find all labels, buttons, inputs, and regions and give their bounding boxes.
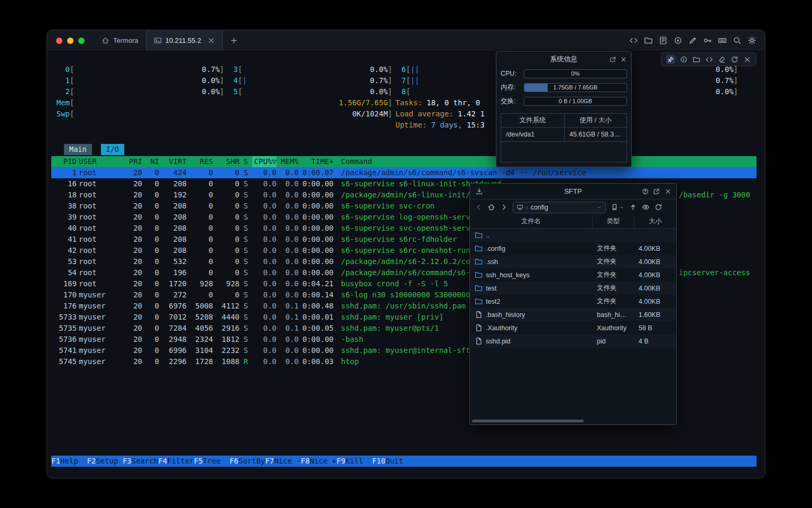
swap-usage-row: 交换: 0 B / 1.00GB (496, 94, 631, 108)
log-icon[interactable] (659, 36, 668, 45)
function-key[interactable]: F9Kill (337, 456, 372, 467)
file-row[interactable]: .ssh 文件夹 4.00KB (470, 255, 676, 268)
column-user[interactable]: USER (77, 156, 121, 167)
process-ni: 0 (142, 323, 159, 334)
show-hidden-eye-icon[interactable] (642, 203, 650, 211)
column-pid[interactable]: PID (51, 156, 77, 167)
file-row[interactable]: ssh_host_keys 文件夹 4.00KB (470, 268, 676, 282)
edit-icon[interactable] (688, 36, 697, 45)
process-time: 0:00.01 (299, 312, 334, 323)
column-shr[interactable]: SHR (213, 156, 239, 167)
open-in-window-icon[interactable] (653, 188, 660, 195)
column-virt[interactable]: VIRT (159, 156, 187, 167)
tab-session[interactable]: 10.211.55.2 (146, 30, 224, 51)
file-name: .. (486, 232, 490, 239)
function-key[interactable]: F7Nice - (265, 456, 301, 467)
column-filename[interactable]: 文件名 (470, 215, 593, 228)
file-row[interactable]: test2 文件夹 4.00KB (470, 295, 676, 308)
upload-icon[interactable] (629, 203, 637, 211)
back-icon[interactable] (475, 203, 483, 211)
close-icon[interactable] (743, 56, 751, 64)
keyboard-icon[interactable] (718, 36, 727, 45)
file-row[interactable]: sshd.pid pid 4 B (470, 334, 676, 348)
function-key[interactable]: F6SortBy (229, 456, 265, 467)
search-icon[interactable] (733, 36, 742, 45)
function-key[interactable]: F3Search (123, 456, 158, 467)
download-icon[interactable] (475, 187, 483, 195)
forward-icon[interactable] (500, 203, 508, 211)
process-pid: 170 (51, 289, 77, 301)
process-virt: 192 (159, 189, 187, 201)
column-state[interactable]: S (239, 156, 252, 167)
htop-tab-io[interactable]: I/O (101, 144, 124, 155)
htop-tab-main[interactable]: Main (64, 144, 92, 155)
clean-icon[interactable] (718, 56, 726, 64)
close-icon[interactable] (665, 188, 672, 195)
function-key[interactable]: F1Help (51, 456, 87, 467)
zoom-window-button[interactable] (78, 38, 85, 44)
file-name: test2 (486, 298, 500, 305)
refresh-icon[interactable] (731, 56, 739, 64)
process-time: 0:04.21 (299, 278, 334, 289)
process-row[interactable]: 1 root 20 0 424 0 0 S 0.0 0.0 0:00.07 /p… (51, 167, 756, 178)
column-mem[interactable]: MEM% (276, 156, 299, 167)
file-row[interactable]: .. (470, 229, 676, 242)
cpu-progress-bar: 0% (524, 69, 627, 78)
new-tab-button[interactable] (223, 30, 245, 51)
column-size[interactable]: 大小 (634, 215, 676, 228)
process-shr: 0 (213, 267, 239, 278)
horizontal-scrollbar[interactable] (472, 419, 675, 423)
column-ni[interactable]: NI (142, 156, 159, 167)
chevron-down-icon[interactable] (596, 204, 602, 210)
file-row[interactable]: .config 文件夹 4.00KB (470, 242, 676, 255)
column-cpu-sort[interactable]: CPU%▽ (252, 156, 276, 167)
process-shr: 4440 (213, 312, 239, 323)
file-row[interactable]: .bash_history bash_hi… 1.60KB (470, 308, 676, 321)
close-icon[interactable] (620, 56, 627, 63)
pin-button[interactable] (666, 55, 675, 64)
function-key[interactable]: F10Quit (372, 456, 412, 467)
minimize-window-button[interactable] (67, 38, 73, 44)
file-name: sshd.pid (486, 338, 511, 345)
record-icon[interactable] (673, 36, 682, 45)
cpu-meter-2: 2[0.0%] (56, 86, 224, 97)
open-in-window-icon[interactable] (610, 56, 616, 63)
process-pri: 20 (121, 256, 142, 267)
process-virt: 208 (159, 178, 187, 189)
home-icon[interactable] (487, 203, 495, 211)
close-window-button[interactable] (56, 38, 62, 44)
help-icon[interactable] (642, 188, 649, 195)
column-res[interactable]: RES (187, 156, 213, 167)
process-ni: 0 (142, 189, 159, 201)
process-state: S (239, 245, 252, 256)
function-key[interactable]: F2Setup (87, 456, 122, 467)
column-type[interactable]: 类型 (593, 215, 634, 228)
settings-icon[interactable] (748, 36, 756, 45)
file-row[interactable]: .Xauthority Xauthority 58 B (470, 321, 676, 334)
function-key[interactable]: F5Tree (194, 456, 229, 467)
chevron-down-icon (619, 205, 624, 210)
path-breadcrumb[interactable]: › config (513, 202, 606, 213)
code-icon[interactable] (629, 36, 638, 45)
process-mem: 0.1 (276, 301, 299, 312)
function-key[interactable]: F8Nice + (301, 456, 336, 467)
column-pri[interactable]: PRI (121, 156, 142, 167)
folder-icon[interactable] (693, 56, 700, 64)
refresh-icon[interactable] (654, 203, 662, 211)
info-icon[interactable] (680, 56, 688, 64)
code-icon[interactable] (705, 56, 713, 64)
key-icon[interactable] (703, 36, 712, 45)
function-key[interactable]: F4Filter (158, 456, 193, 467)
process-state: S (239, 278, 252, 289)
scrollbar-thumb[interactable] (472, 420, 584, 422)
close-tab-icon[interactable] (207, 37, 215, 44)
filesystem-row[interactable]: /dev/vda1 45.61GB / 58.3… (501, 128, 626, 142)
tab-home[interactable]: Termora (94, 30, 146, 51)
process-cpu: 0.0 (252, 267, 276, 278)
process-cpu: 0.0 (252, 356, 276, 367)
bookmark-button[interactable] (611, 203, 624, 211)
file-row[interactable]: test 文件夹 4.00KB (470, 282, 676, 295)
folder-icon[interactable] (644, 36, 653, 45)
memory-meter: Mem[ 1.56G/7.65G] (56, 97, 392, 108)
column-time[interactable]: TIME+ (299, 156, 334, 167)
